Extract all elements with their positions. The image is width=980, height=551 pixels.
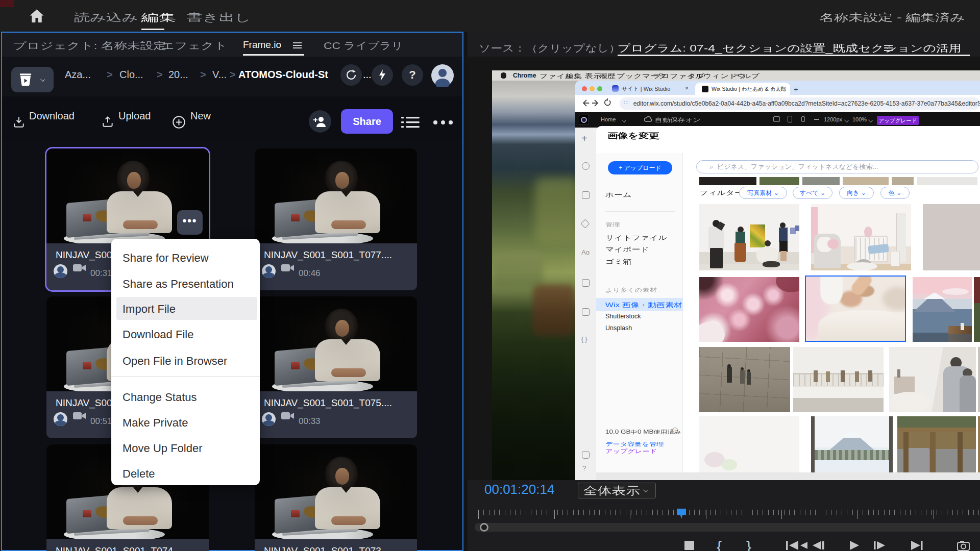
svg-text:}: } xyxy=(746,540,751,551)
svg-text:{: { xyxy=(717,540,722,551)
